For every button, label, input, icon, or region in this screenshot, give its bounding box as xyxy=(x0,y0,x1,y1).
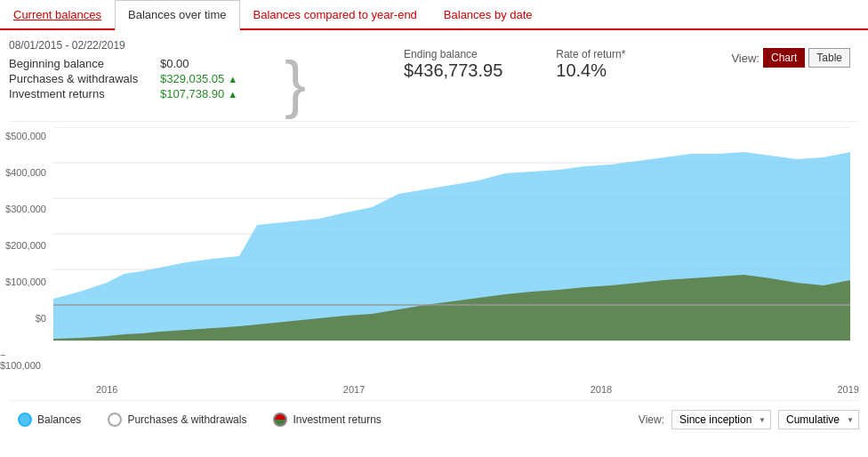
stats-left: 08/01/2015 - 02/22/2019 Beginning balanc… xyxy=(9,39,240,102)
rate-label: Rate of return* xyxy=(556,48,625,60)
tab-balances-compared[interactable]: Balances compared to year-end xyxy=(240,0,430,30)
legend-controls: View: Since inception Cumulative xyxy=(639,410,859,429)
chart-svg-container xyxy=(53,127,850,381)
tab-balances-by-date[interactable]: Balances by date xyxy=(430,0,546,30)
investment-legend-icon xyxy=(273,413,287,427)
stats-area: 08/01/2015 - 02/22/2019 Beginning balanc… xyxy=(0,30,868,121)
y-label-400k: $400,000 xyxy=(5,167,46,178)
tab-balances-over-time[interactable]: Balances over time xyxy=(115,0,240,30)
legend-view-label: View: xyxy=(639,413,664,426)
y-label-0: $0 xyxy=(36,313,46,324)
balances-legend-icon xyxy=(18,413,32,427)
view-label: View: xyxy=(731,52,760,65)
chart-button[interactable]: Chart xyxy=(763,48,805,68)
view-controls: View: Chart Table xyxy=(731,39,850,68)
legend-balances: Balances xyxy=(18,413,81,427)
since-inception-dropdown-wrap[interactable]: Since inception xyxy=(671,410,771,429)
legend-investment: Investment returns xyxy=(273,413,381,427)
investment-arrow-icon: ▲ xyxy=(228,89,237,100)
purchases-legend-label: Purchases & withdrawals xyxy=(127,413,246,426)
chart-area: $500,000 $400,000 $300,000 $200,000 $100… xyxy=(0,122,868,381)
x-axis: 2016 2017 2018 2019 xyxy=(0,381,868,395)
y-axis-labels: $500,000 $400,000 $300,000 $200,000 $100… xyxy=(0,131,52,371)
purchases-arrow-icon: ▲ xyxy=(228,74,237,84)
y-label-500k: $500,000 xyxy=(5,131,46,141)
x-label-2019: 2019 xyxy=(837,384,858,395)
balances-legend-label: Balances xyxy=(37,413,81,426)
purchases-row: Purchases & withdrawals $329,035.05 ▲ xyxy=(9,72,240,85)
investment-value: $107,738.90 xyxy=(160,87,224,100)
cumulative-select[interactable]: Cumulative xyxy=(778,410,859,429)
brace-decoration: } xyxy=(258,52,333,116)
rate-value: 10.4% xyxy=(556,60,625,81)
since-inception-select[interactable]: Since inception xyxy=(671,410,771,429)
tab-current-balances[interactable]: Current balances xyxy=(0,0,115,30)
purchases-legend-icon xyxy=(108,413,122,427)
date-range: 08/01/2015 - 02/22/2019 xyxy=(9,39,240,52)
tabs-container: Current balances Balances over time Bala… xyxy=(0,0,868,30)
beginning-balance-row: Beginning balance $0.00 xyxy=(9,57,240,70)
y-label-300k: $300,000 xyxy=(5,204,46,214)
chart-svg xyxy=(53,127,850,381)
beginning-balance-label: Beginning balance xyxy=(9,57,160,70)
purchases-label: Purchases & withdrawals xyxy=(9,72,160,85)
ending-balance-value: $436,773.95 xyxy=(404,60,502,81)
legend: Balances Purchases & withdrawals Investm… xyxy=(0,401,868,438)
y-label-200k: $200,000 xyxy=(5,240,46,251)
table-button[interactable]: Table xyxy=(808,48,850,68)
y-label-neg100k: −$100,000 xyxy=(0,349,46,371)
rate-section: Rate of return* 10.4% xyxy=(556,48,625,81)
cumulative-dropdown-wrap[interactable]: Cumulative xyxy=(778,410,859,429)
y-label-100k: $100,000 xyxy=(5,277,46,287)
beginning-balance-value: $0.00 xyxy=(160,57,189,70)
x-label-2016: 2016 xyxy=(96,384,117,395)
purchases-value: $329,035.05 xyxy=(160,72,224,85)
legend-purchases: Purchases & withdrawals xyxy=(108,413,246,427)
x-label-2018: 2018 xyxy=(591,384,612,395)
stats-right: Ending balance $436,773.95 Rate of retur… xyxy=(404,39,625,81)
x-label-2017: 2017 xyxy=(343,384,365,395)
investment-label: Investment returns xyxy=(9,87,160,100)
ending-balance-label: Ending balance xyxy=(404,48,502,60)
investment-legend-label: Investment returns xyxy=(293,413,381,426)
investment-row: Investment returns $107,738.90 ▲ xyxy=(9,87,240,100)
ending-balance-section: Ending balance $436,773.95 xyxy=(404,48,502,81)
